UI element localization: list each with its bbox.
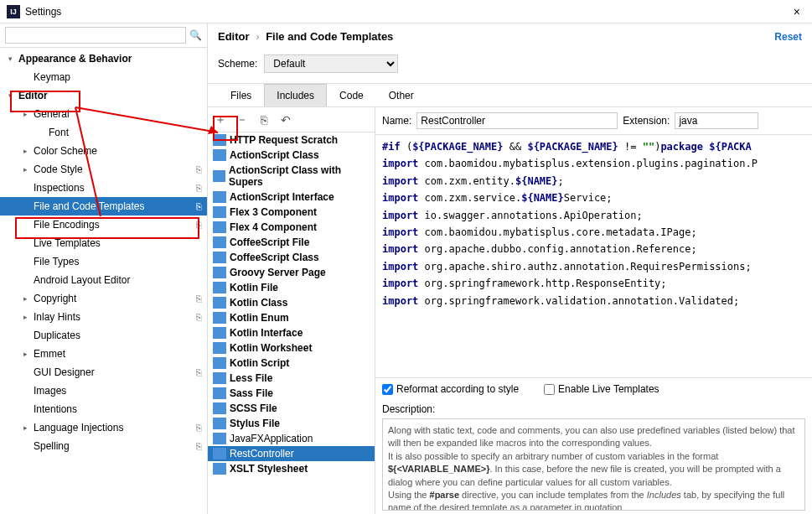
caret-icon: ▸ bbox=[23, 313, 34, 321]
template-item[interactable]: ActionScript Class with Supers bbox=[208, 163, 375, 190]
file-icon bbox=[213, 282, 226, 293]
add-button[interactable]: ＋ bbox=[213, 112, 228, 127]
file-icon bbox=[213, 372, 226, 384]
template-item[interactable]: Groovy Server Page bbox=[208, 265, 375, 280]
tree-item[interactable]: ▸Inlay Hints⎘ bbox=[0, 308, 207, 326]
template-item[interactable]: Stylus File bbox=[208, 416, 375, 431]
tree-item[interactable]: Spelling⎘ bbox=[0, 437, 207, 455]
caret-icon: ▸ bbox=[23, 350, 34, 358]
template-item[interactable]: Kotlin Interface bbox=[208, 325, 375, 340]
tab-code[interactable]: Code bbox=[327, 84, 376, 106]
undo-button[interactable]: ↶ bbox=[278, 113, 293, 127]
name-label: Name: bbox=[382, 115, 411, 127]
tree-item-label: File Types bbox=[34, 256, 202, 267]
tree-item[interactable]: Inspections⎘ bbox=[0, 179, 207, 197]
name-input[interactable] bbox=[416, 112, 618, 129]
template-label: Kotlin Class bbox=[230, 297, 287, 309]
tree-item[interactable]: ▸Copyright⎘ bbox=[0, 289, 207, 308]
tree-item[interactable]: ▸General bbox=[0, 105, 207, 123]
tree-item[interactable]: ▾Appearance & Behavior bbox=[0, 49, 207, 68]
close-button[interactable]: × bbox=[789, 5, 805, 18]
tree-item[interactable]: File Encodings⎘ bbox=[0, 215, 207, 234]
template-item[interactable]: Kotlin File bbox=[208, 280, 375, 295]
template-item[interactable]: Flex 4 Component bbox=[208, 220, 375, 235]
tree-item[interactable]: Font bbox=[0, 123, 207, 142]
template-item[interactable]: XSLT Stylesheet bbox=[208, 461, 375, 476]
tab-includes[interactable]: Includes bbox=[264, 84, 327, 106]
template-item[interactable]: Kotlin Enum bbox=[208, 310, 375, 325]
remove-button[interactable]: － bbox=[235, 112, 250, 127]
tree-item[interactable]: ▸Code Style⎘ bbox=[0, 160, 207, 179]
template-item[interactable]: Kotlin Class bbox=[208, 295, 375, 310]
tree-item-label: Appearance & Behavior bbox=[18, 53, 202, 65]
tree-item[interactable]: Duplicates bbox=[0, 326, 207, 345]
tree-item-label: Images bbox=[34, 385, 202, 397]
tree-item[interactable]: ▸Color Scheme bbox=[0, 142, 207, 160]
template-label: Stylus File bbox=[230, 418, 280, 429]
file-icon bbox=[213, 236, 226, 248]
template-item[interactable]: Less File bbox=[208, 371, 375, 386]
tab-other[interactable]: Other bbox=[376, 84, 427, 106]
template-item[interactable]: Kotlin Worksheet bbox=[208, 340, 375, 356]
tree-item[interactable]: ▾Editor bbox=[0, 86, 207, 105]
tree-item-label: Live Templates bbox=[34, 237, 202, 249]
reset-link[interactable]: Reset bbox=[774, 31, 802, 43]
tree-item[interactable]: Intentions bbox=[0, 400, 207, 418]
template-label: CoffeeScript Class bbox=[230, 252, 319, 263]
live-templates-checkbox[interactable]: Enable Live Templates bbox=[544, 383, 659, 395]
template-item[interactable]: ActionScript Class bbox=[208, 148, 375, 163]
tree-item[interactable]: Live Templates bbox=[0, 234, 207, 252]
template-item[interactable]: Sass File bbox=[208, 386, 375, 401]
breadcrumb-a: Editor bbox=[218, 30, 250, 43]
template-label: Kotlin File bbox=[230, 282, 278, 293]
template-label: Kotlin Script bbox=[230, 357, 289, 369]
tree-item[interactable]: File and Code Templates⎘ bbox=[0, 197, 207, 215]
tree-item-label: Code Style bbox=[34, 164, 196, 175]
tree-item[interactable]: ▸Emmet bbox=[0, 345, 207, 363]
template-item[interactable]: JavaFXApplication bbox=[208, 431, 375, 446]
template-item[interactable]: Kotlin Script bbox=[208, 356, 375, 371]
file-icon bbox=[213, 191, 226, 203]
file-icon bbox=[213, 357, 226, 369]
ext-input[interactable] bbox=[675, 112, 758, 129]
template-label: Kotlin Worksheet bbox=[230, 342, 312, 354]
file-icon bbox=[213, 134, 226, 146]
template-item[interactable]: ActionScript Interface bbox=[208, 190, 375, 205]
description-section: Description: Along with static text, cod… bbox=[375, 400, 812, 514]
caret-icon: ▾ bbox=[8, 91, 18, 100]
template-item[interactable]: CoffeeScript Class bbox=[208, 250, 375, 265]
tree-item[interactable]: Keymap bbox=[0, 68, 207, 86]
search-input[interactable] bbox=[5, 27, 186, 44]
code-editor[interactable]: #if (${PACKAGE_NAME} && ${PACKAGE_NAME} … bbox=[375, 134, 812, 377]
tree-item[interactable]: File Types bbox=[0, 252, 207, 271]
tree-item[interactable]: Android Layout Editor bbox=[0, 271, 207, 289]
template-label: JavaFXApplication bbox=[230, 433, 313, 444]
copy-button[interactable]: ⎘ bbox=[256, 113, 272, 127]
template-label: HTTP Request Scratch bbox=[230, 134, 338, 146]
copy-icon: ⎘ bbox=[196, 183, 202, 193]
tree-item-label: General bbox=[34, 108, 202, 120]
template-item[interactable]: SCSS File bbox=[208, 401, 375, 416]
scheme-select[interactable]: Default bbox=[264, 55, 398, 73]
template-list: HTTP Request ScratchActionScript ClassAc… bbox=[208, 132, 375, 514]
ext-label: Extension: bbox=[623, 115, 670, 127]
template-item[interactable]: Flex 3 Component bbox=[208, 205, 375, 220]
tab-files[interactable]: Files bbox=[218, 84, 264, 106]
tree-item[interactable]: Images bbox=[0, 382, 207, 400]
tree-item-label: Duplicates bbox=[34, 330, 202, 341]
copy-icon: ⎘ bbox=[196, 312, 202, 322]
copy-icon: ⎘ bbox=[196, 441, 202, 451]
template-label: Groovy Server Page bbox=[230, 267, 326, 278]
search-box: 🔍 bbox=[0, 23, 207, 48]
template-item[interactable]: CoffeeScript File bbox=[208, 235, 375, 250]
template-item[interactable]: RestController bbox=[208, 446, 375, 461]
tree-item-label: Font bbox=[49, 127, 202, 138]
file-icon bbox=[213, 206, 226, 218]
copy-icon: ⎘ bbox=[196, 423, 202, 433]
template-label: Flex 4 Component bbox=[230, 221, 317, 233]
reformat-checkbox[interactable]: Reformat according to style bbox=[382, 383, 519, 395]
template-item[interactable]: HTTP Request Scratch bbox=[208, 132, 375, 148]
tree-item[interactable]: GUI Designer⎘ bbox=[0, 363, 207, 382]
tree-item[interactable]: ▸Language Injections⎘ bbox=[0, 418, 207, 437]
file-icon bbox=[213, 448, 226, 459]
